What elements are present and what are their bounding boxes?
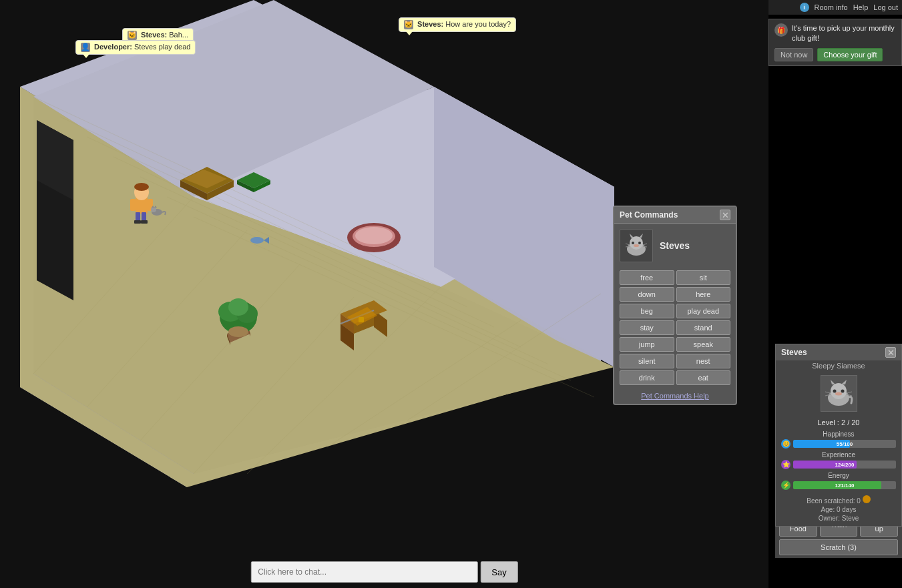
cmd-stay[interactable]: stay <box>620 320 674 335</box>
pet-extra-info: Been scratched: 0 Age: 0 days Owner: Ste… <box>776 491 901 526</box>
svg-marker-71 <box>639 234 643 238</box>
bubble1-message: Bah... <box>169 31 188 39</box>
bubble3-speaker: Steves: <box>417 20 443 28</box>
svg-point-74 <box>634 244 639 247</box>
cmd-down[interactable]: down <box>620 287 674 302</box>
cmd-stand[interactable]: stand <box>676 320 731 335</box>
cmd-sit[interactable]: sit <box>676 270 731 285</box>
svg-line-77 <box>643 244 647 245</box>
pet-info-close[interactable]: ✕ <box>885 347 896 358</box>
gift-icon: 🎁 <box>774 23 788 37</box>
info-icon: i <box>800 3 809 12</box>
bubble2-speaker: Developer: <box>94 43 132 51</box>
cmd-here[interactable]: here <box>676 287 731 302</box>
svg-point-51 <box>355 227 393 244</box>
topbar: i Room info Help Log out <box>768 0 902 15</box>
experience-bar: 124/200 <box>793 461 896 469</box>
logout-link[interactable]: Log out <box>873 3 898 11</box>
svg-point-84 <box>841 389 845 392</box>
svg-marker-81 <box>831 380 835 384</box>
cmd-play-dead[interactable]: play dead <box>676 304 731 318</box>
cmd-nest[interactable]: nest <box>676 354 731 368</box>
pet-commands-help-link[interactable]: Pet Commands Help <box>614 388 736 404</box>
energy-bar-container: ⚡ 121/140 <box>781 481 896 490</box>
svg-rect-41 <box>134 220 141 224</box>
happiness-icon: 😊 <box>781 439 791 449</box>
pet-info-breed: Sleepy Siamese <box>776 360 901 370</box>
svg-point-85 <box>835 392 842 395</box>
cmd-speak[interactable]: speak <box>676 337 731 352</box>
chat-bubble-2: 👤 Developer: Steves play dead <box>75 40 196 55</box>
happiness-value: 55/100 <box>793 440 896 448</box>
age-info: Age: 0 days <box>781 506 896 513</box>
cmd-jump[interactable]: jump <box>620 337 674 352</box>
svg-line-88 <box>847 392 852 393</box>
cmd-free[interactable]: free <box>620 270 674 285</box>
svg-line-86 <box>825 392 831 393</box>
say-button[interactable]: Say <box>480 561 517 583</box>
pet-commands-panel: Pet Commands ✕ Steves free sit down here <box>613 206 737 405</box>
pet-commands-header: Pet Commands ✕ <box>614 207 736 224</box>
help-link[interactable]: Help <box>853 3 869 11</box>
happiness-label: Happiness <box>776 430 901 438</box>
pet-info-avatar <box>776 370 901 417</box>
svg-point-47 <box>250 237 264 244</box>
cmd-silent[interactable]: silent <box>620 354 674 368</box>
experience-icon: ⭐ <box>781 460 791 469</box>
svg-marker-70 <box>630 234 634 238</box>
energy-bar: 121/140 <box>793 481 896 489</box>
cmd-beg[interactable]: beg <box>620 304 674 318</box>
experience-bar-container: ⭐ 124/200 <box>781 460 896 469</box>
paw-icon <box>863 495 871 503</box>
pet-info-header: Steves ✕ <box>776 344 901 360</box>
energy-icon: ⚡ <box>781 481 791 490</box>
svg-marker-82 <box>841 380 847 384</box>
svg-rect-42 <box>141 220 148 224</box>
energy-label: Energy <box>776 472 901 479</box>
pet-commands-close[interactable]: ✕ <box>720 210 730 220</box>
scratch-label: Scratch <box>821 543 845 551</box>
chat-input[interactable] <box>250 561 477 583</box>
happiness-bar-container: 😊 55/100 <box>781 439 896 449</box>
room-info-link[interactable]: Room info <box>815 3 848 11</box>
experience-value: 124/200 <box>793 461 896 469</box>
pet-info-panel: Steves ✕ Sleepy Siamese Level : 2 / 20 <box>775 344 902 527</box>
happiness-bar: 55/100 <box>793 440 896 448</box>
cmd-drink[interactable]: drink <box>620 370 674 385</box>
svg-point-44 <box>151 207 156 212</box>
scratch-info: Been scratched: 0 <box>781 495 896 505</box>
choose-gift-button[interactable]: Choose your gift <box>817 48 883 61</box>
svg-point-59 <box>228 326 248 337</box>
svg-line-75 <box>626 244 630 245</box>
svg-point-83 <box>833 389 837 392</box>
bubble2-message: Steves play dead <box>134 43 190 51</box>
bubble1-speaker: Steves: <box>141 31 167 39</box>
svg-point-36 <box>134 183 149 191</box>
not-now-button[interactable]: Not now <box>774 48 813 61</box>
pet-commands-avatar <box>620 229 653 262</box>
commands-grid: free sit down here beg play dead stay st… <box>614 268 736 388</box>
pet-commands-title: Pet Commands <box>620 210 678 220</box>
pet-commands-pet-name: Steves <box>660 240 690 251</box>
chat-bar: Say <box>250 561 517 583</box>
chat-bubble-3: 🐱 Steves: How are you today? <box>399 17 516 32</box>
pet-level: Level : 2 / 20 <box>776 417 901 428</box>
experience-label: Experience <box>776 451 901 459</box>
owner-info: Owner: Steve <box>781 515 896 522</box>
svg-point-73 <box>638 242 641 244</box>
gift-text: It's time to pick up your monthly club g… <box>792 23 896 44</box>
energy-value: 121/140 <box>793 481 896 489</box>
gift-banner: 🎁 It's time to pick up your monthly club… <box>768 19 902 66</box>
scratch-count-badge: (3) <box>847 543 856 551</box>
scratch-count-text: Been scratched: 0 <box>807 497 861 505</box>
pet-info-name: Steves <box>781 348 807 357</box>
action-row-2: Scratch (3) <box>779 539 898 555</box>
cmd-eat[interactable]: eat <box>676 370 731 385</box>
svg-rect-37 <box>130 199 136 211</box>
scratch-button[interactable]: Scratch (3) <box>779 539 898 555</box>
svg-point-72 <box>632 242 634 244</box>
pet-commands-pet-info: Steves <box>614 224 736 268</box>
bubble3-message: How are you today? <box>445 20 511 28</box>
svg-point-58 <box>228 298 248 316</box>
